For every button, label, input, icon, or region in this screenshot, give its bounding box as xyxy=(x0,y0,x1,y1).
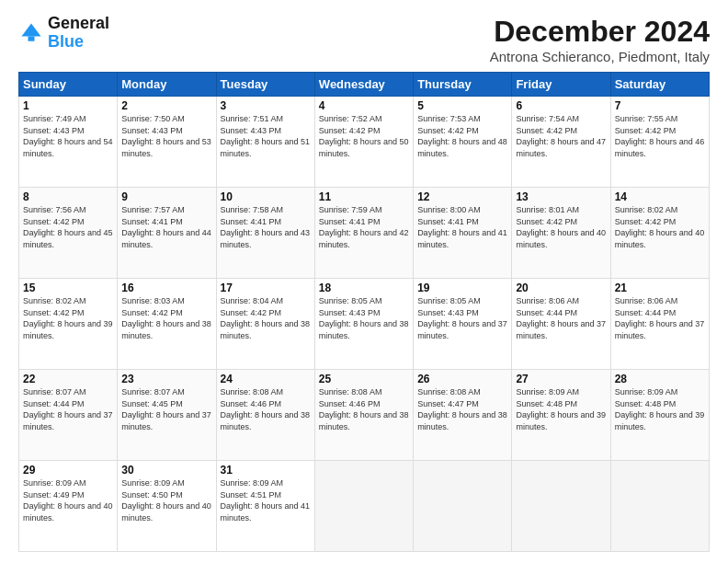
cell-info: Sunrise: 8:04 AMSunset: 4:42 PMDaylight:… xyxy=(221,295,311,341)
day-number: 15 xyxy=(23,282,113,294)
subtitle: Antrona Schieranco, Piedmont, Italy xyxy=(490,49,710,64)
day-26: 26Sunrise: 8:08 AMSunset: 4:47 PMDayligh… xyxy=(414,370,512,461)
cell-info: Sunrise: 8:06 AMSunset: 4:44 PMDaylight:… xyxy=(615,295,705,341)
day-3: 3Sunrise: 7:51 AMSunset: 4:43 PMDaylight… xyxy=(216,97,314,188)
cell-info: Sunrise: 8:02 AMSunset: 4:42 PMDaylight:… xyxy=(615,204,705,250)
day-2: 2Sunrise: 7:50 AMSunset: 4:43 PMDaylight… xyxy=(118,97,216,188)
day-21: 21Sunrise: 8:06 AMSunset: 4:44 PMDayligh… xyxy=(610,279,709,370)
title-block: December 2024 Antrona Schieranco, Piedmo… xyxy=(490,15,710,64)
day-22: 22Sunrise: 8:07 AMSunset: 4:44 PMDayligh… xyxy=(19,370,118,461)
day-number: 19 xyxy=(417,282,507,294)
day-number: 2 xyxy=(121,99,211,112)
day-1: 1Sunrise: 7:49 AMSunset: 4:43 PMDaylight… xyxy=(19,97,118,188)
day-5: 5Sunrise: 7:53 AMSunset: 4:42 PMDaylight… xyxy=(414,97,512,188)
day-number: 3 xyxy=(221,99,311,112)
cell-info: Sunrise: 7:56 AMSunset: 4:42 PMDaylight:… xyxy=(23,204,113,250)
day-number: 22 xyxy=(23,373,113,385)
day-4: 4Sunrise: 7:52 AMSunset: 4:42 PMDaylight… xyxy=(314,97,413,188)
empty-cell xyxy=(414,461,512,552)
cell-info: Sunrise: 7:53 AMSunset: 4:42 PMDaylight:… xyxy=(417,113,507,159)
page: General Blue December 2024 Antrona Schie… xyxy=(0,0,728,563)
cell-info: Sunrise: 7:54 AMSunset: 4:42 PMDaylight:… xyxy=(516,113,606,159)
cell-info: Sunrise: 8:01 AMSunset: 4:42 PMDaylight:… xyxy=(516,204,606,250)
day-number: 17 xyxy=(221,282,311,294)
day-number: 25 xyxy=(319,373,409,385)
day-number: 7 xyxy=(615,99,705,112)
header: General Blue December 2024 Antrona Schie… xyxy=(18,15,710,64)
day-17: 17Sunrise: 8:04 AMSunset: 4:42 PMDayligh… xyxy=(216,279,314,370)
day-number: 9 xyxy=(121,190,211,203)
col-wednesday: Wednesday xyxy=(314,73,413,97)
cell-info: Sunrise: 8:02 AMSunset: 4:42 PMDaylight:… xyxy=(23,295,113,341)
day-number: 21 xyxy=(615,282,705,294)
logo: General Blue xyxy=(18,15,109,52)
col-saturday: Saturday xyxy=(610,73,709,97)
day-number: 31 xyxy=(221,464,311,477)
col-monday: Monday xyxy=(118,73,216,97)
day-11: 11Sunrise: 7:59 AMSunset: 4:41 PMDayligh… xyxy=(314,188,413,279)
day-20: 20Sunrise: 8:06 AMSunset: 4:44 PMDayligh… xyxy=(512,279,610,370)
cell-info: Sunrise: 7:51 AMSunset: 4:43 PMDaylight:… xyxy=(221,113,311,159)
day-number: 23 xyxy=(121,373,211,385)
week-row-4: 22Sunrise: 8:07 AMSunset: 4:44 PMDayligh… xyxy=(19,370,710,461)
cell-info: Sunrise: 8:08 AMSunset: 4:46 PMDaylight:… xyxy=(319,386,409,432)
day-19: 19Sunrise: 8:05 AMSunset: 4:43 PMDayligh… xyxy=(414,279,512,370)
cell-info: Sunrise: 7:58 AMSunset: 4:41 PMDaylight:… xyxy=(221,204,311,250)
day-number: 10 xyxy=(221,190,311,203)
cell-info: Sunrise: 8:09 AMSunset: 4:48 PMDaylight:… xyxy=(516,386,606,432)
cell-info: Sunrise: 8:05 AMSunset: 4:43 PMDaylight:… xyxy=(417,295,507,341)
day-25: 25Sunrise: 8:08 AMSunset: 4:46 PMDayligh… xyxy=(314,370,413,461)
logo-text-blue: Blue xyxy=(48,33,109,52)
day-number: 11 xyxy=(319,190,409,203)
main-title: December 2024 xyxy=(490,15,710,49)
cell-info: Sunrise: 8:08 AMSunset: 4:46 PMDaylight:… xyxy=(221,386,311,432)
cell-info: Sunrise: 7:57 AMSunset: 4:41 PMDaylight:… xyxy=(121,204,211,250)
day-number: 26 xyxy=(417,373,507,385)
week-row-1: 1Sunrise: 7:49 AMSunset: 4:43 PMDaylight… xyxy=(19,97,710,188)
day-31: 31Sunrise: 8:09 AMSunset: 4:51 PMDayligh… xyxy=(216,461,314,552)
day-number: 16 xyxy=(121,282,211,294)
cell-info: Sunrise: 8:09 AMSunset: 4:48 PMDaylight:… xyxy=(615,386,705,432)
day-29: 29Sunrise: 8:09 AMSunset: 4:49 PMDayligh… xyxy=(19,461,118,552)
cell-info: Sunrise: 7:50 AMSunset: 4:43 PMDaylight:… xyxy=(121,113,211,159)
cell-info: Sunrise: 7:59 AMSunset: 4:41 PMDaylight:… xyxy=(319,204,409,250)
day-7: 7Sunrise: 7:55 AMSunset: 4:42 PMDaylight… xyxy=(610,97,709,188)
cell-info: Sunrise: 8:09 AMSunset: 4:51 PMDaylight:… xyxy=(221,477,311,523)
day-18: 18Sunrise: 8:05 AMSunset: 4:43 PMDayligh… xyxy=(314,279,413,370)
day-6: 6Sunrise: 7:54 AMSunset: 4:42 PMDaylight… xyxy=(512,97,610,188)
empty-cell xyxy=(512,461,610,552)
day-number: 6 xyxy=(516,99,606,112)
day-number: 1 xyxy=(23,99,113,112)
day-30: 30Sunrise: 8:09 AMSunset: 4:50 PMDayligh… xyxy=(118,461,216,552)
day-number: 28 xyxy=(615,373,705,385)
svg-rect-1 xyxy=(28,36,35,40)
logo-text-general: General xyxy=(48,15,109,33)
week-row-2: 8Sunrise: 7:56 AMSunset: 4:42 PMDaylight… xyxy=(19,188,710,279)
day-28: 28Sunrise: 8:09 AMSunset: 4:48 PMDayligh… xyxy=(610,370,709,461)
day-number: 24 xyxy=(221,373,311,385)
empty-cell xyxy=(610,461,709,552)
cell-info: Sunrise: 7:55 AMSunset: 4:42 PMDaylight:… xyxy=(615,113,705,159)
day-number: 20 xyxy=(516,282,606,294)
logo-icon xyxy=(18,20,44,46)
col-thursday: Thursday xyxy=(414,73,512,97)
cell-info: Sunrise: 8:09 AMSunset: 4:50 PMDaylight:… xyxy=(121,477,211,523)
day-number: 12 xyxy=(417,190,507,203)
week-row-3: 15Sunrise: 8:02 AMSunset: 4:42 PMDayligh… xyxy=(19,279,710,370)
day-9: 9Sunrise: 7:57 AMSunset: 4:41 PMDaylight… xyxy=(118,188,216,279)
day-10: 10Sunrise: 7:58 AMSunset: 4:41 PMDayligh… xyxy=(216,188,314,279)
cell-info: Sunrise: 8:07 AMSunset: 4:44 PMDaylight:… xyxy=(23,386,113,432)
day-number: 5 xyxy=(417,99,507,112)
day-number: 8 xyxy=(23,190,113,203)
day-number: 4 xyxy=(319,99,409,112)
day-12: 12Sunrise: 8:00 AMSunset: 4:41 PMDayligh… xyxy=(414,188,512,279)
empty-cell xyxy=(314,461,413,552)
day-23: 23Sunrise: 8:07 AMSunset: 4:45 PMDayligh… xyxy=(118,370,216,461)
day-15: 15Sunrise: 8:02 AMSunset: 4:42 PMDayligh… xyxy=(19,279,118,370)
cell-info: Sunrise: 8:06 AMSunset: 4:44 PMDaylight:… xyxy=(516,295,606,341)
week-row-5: 29Sunrise: 8:09 AMSunset: 4:49 PMDayligh… xyxy=(19,461,710,552)
col-tuesday: Tuesday xyxy=(216,73,314,97)
cell-info: Sunrise: 7:52 AMSunset: 4:42 PMDaylight:… xyxy=(319,113,409,159)
cell-info: Sunrise: 8:09 AMSunset: 4:49 PMDaylight:… xyxy=(23,477,113,523)
cell-info: Sunrise: 7:49 AMSunset: 4:43 PMDaylight:… xyxy=(23,113,113,159)
